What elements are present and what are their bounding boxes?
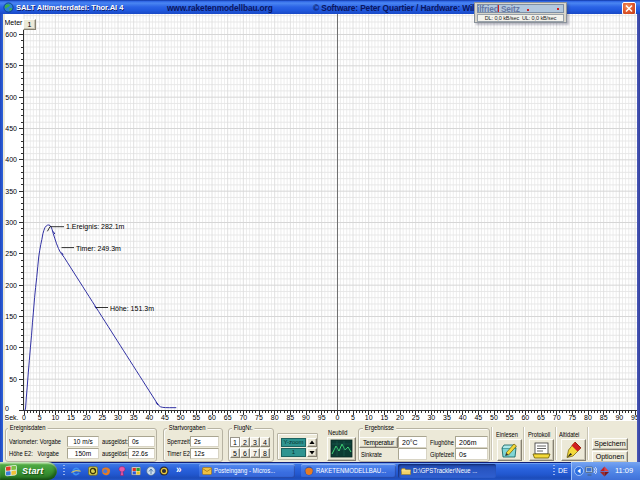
svg-text:550: 550 — [5, 62, 17, 69]
svg-text:0: 0 — [22, 414, 26, 421]
svg-text:65: 65 — [537, 414, 545, 421]
svg-text:0: 0 — [5, 405, 9, 412]
svg-text:35: 35 — [443, 414, 451, 421]
svg-text:200: 200 — [5, 282, 17, 289]
svg-text:150: 150 — [5, 313, 17, 320]
svg-text:90: 90 — [615, 414, 623, 421]
svg-text:250: 250 — [5, 250, 17, 257]
svg-text:30: 30 — [427, 414, 435, 421]
svg-text:80: 80 — [584, 414, 592, 421]
svg-text:70: 70 — [239, 414, 247, 421]
svg-text:50: 50 — [177, 414, 185, 421]
svg-text:500: 500 — [5, 94, 17, 101]
svg-text:70: 70 — [553, 414, 561, 421]
svg-text:1.Ereignis: 282.1m: 1.Ereignis: 282.1m — [66, 223, 125, 231]
svg-text:85: 85 — [286, 414, 294, 421]
svg-text:Meter: Meter — [5, 19, 24, 26]
svg-text:Höhe: 151.3m: Höhe: 151.3m — [110, 305, 154, 312]
svg-text:Sek.: Sek. — [5, 414, 19, 421]
svg-text:65: 65 — [224, 414, 232, 421]
svg-text:15: 15 — [67, 414, 75, 421]
svg-text:45: 45 — [474, 414, 482, 421]
svg-text:45: 45 — [161, 414, 169, 421]
svg-text:10: 10 — [365, 414, 373, 421]
svg-text:35: 35 — [130, 414, 138, 421]
svg-text:60: 60 — [208, 414, 216, 421]
svg-text:20: 20 — [396, 414, 404, 421]
svg-text:10: 10 — [51, 414, 59, 421]
svg-text:100: 100 — [5, 344, 17, 351]
svg-text:Timer: 249.3m: Timer: 249.3m — [76, 245, 121, 252]
svg-text:25: 25 — [98, 414, 106, 421]
svg-text:95: 95 — [318, 414, 326, 421]
svg-text:350: 350 — [5, 188, 17, 195]
svg-text:40: 40 — [145, 414, 153, 421]
svg-text:25: 25 — [412, 414, 420, 421]
svg-text:0: 0 — [335, 414, 339, 421]
svg-text:30: 30 — [114, 414, 122, 421]
svg-text:60: 60 — [521, 414, 529, 421]
svg-text:55: 55 — [506, 414, 514, 421]
svg-text:75: 75 — [255, 414, 263, 421]
svg-text:5: 5 — [351, 414, 355, 421]
svg-text:5: 5 — [38, 414, 42, 421]
svg-text:80: 80 — [271, 414, 279, 421]
svg-text:300: 300 — [5, 219, 17, 226]
svg-text:450: 450 — [5, 125, 17, 132]
svg-text:20: 20 — [83, 414, 91, 421]
svg-text:15: 15 — [380, 414, 388, 421]
svg-text:85: 85 — [600, 414, 608, 421]
svg-text:400: 400 — [5, 156, 17, 163]
svg-text:600: 600 — [5, 31, 17, 38]
svg-text:55: 55 — [192, 414, 200, 421]
svg-text:75: 75 — [568, 414, 576, 421]
svg-text:50: 50 — [9, 376, 17, 383]
svg-text:40: 40 — [459, 414, 467, 421]
svg-text:50: 50 — [490, 414, 498, 421]
svg-text:90: 90 — [302, 414, 310, 421]
